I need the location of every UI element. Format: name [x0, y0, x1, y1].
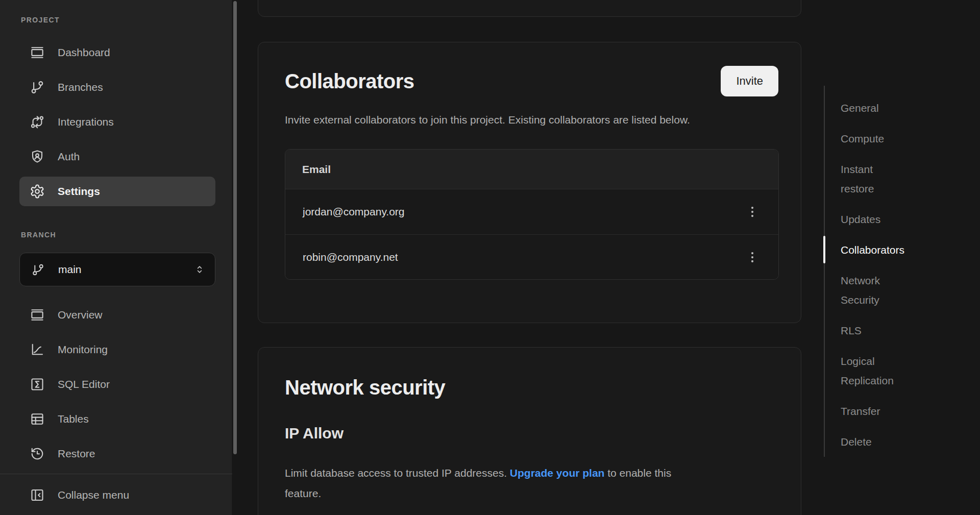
chevrons-up-down-icon [193, 263, 206, 276]
collaborator-row: jordan@company.org [285, 189, 778, 234]
git-branch-icon [30, 80, 45, 95]
row-menu-button[interactable] [745, 204, 760, 219]
sidebar-item-label: Integrations [58, 116, 114, 128]
anchor-link[interactable]: RLS [841, 321, 968, 340]
sidebar-item-label: Overview [58, 309, 103, 321]
collapse-menu-button[interactable]: Collapse menu [19, 480, 215, 510]
collaborator-email: robin@company.net [303, 251, 398, 263]
sidebar: PROJECT Dashboard Branches Integrations … [0, 0, 232, 515]
row-menu-button[interactable] [745, 250, 760, 265]
sql-editor-icon [30, 377, 45, 392]
integrations-icon [30, 114, 45, 130]
collaborators-table: Email jordan@company.org robin@company.n… [285, 149, 779, 280]
collaborators-title: Collaborators [285, 66, 414, 96]
anchor-link[interactable]: Transfer [841, 402, 968, 421]
ip-allow-description: Limit database access to trusted IP addr… [285, 463, 693, 504]
sidebar-item[interactable]: SQL Editor [19, 370, 215, 399]
overview-icon [30, 307, 45, 323]
anchor-link[interactable]: General [841, 99, 968, 118]
anchor-link[interactable]: Instant restore [841, 160, 968, 199]
anchor-link[interactable]: Collaborators [841, 240, 968, 260]
anchor-link[interactable]: Updates [841, 210, 968, 229]
collaborators-description: Invite external collaborators to join th… [285, 110, 698, 130]
sidebar-item-label: Restore [58, 448, 95, 460]
branch-nav: Overview Monitoring SQL Editor Tables Re… [19, 300, 215, 469]
sidebar-item-label: SQL Editor [58, 378, 110, 390]
branch-selector[interactable]: main [19, 253, 215, 286]
anchor-link[interactable]: Logical Replication [841, 352, 968, 390]
dashboard-icon [30, 45, 45, 60]
anchor-link[interactable]: Network Security [841, 271, 968, 310]
collaborator-row: robin@company.net [285, 234, 778, 279]
sidebar-item[interactable]: Restore [19, 439, 215, 469]
sidebar-item[interactable]: Integrations [19, 107, 215, 137]
sidebar-item-label: Monitoring [58, 344, 108, 356]
collapse-panel-icon [30, 487, 45, 503]
branch-section-label: BRANCH [21, 231, 56, 239]
previous-card-partial [258, 0, 801, 17]
anchor-link[interactable]: Delete [841, 432, 968, 452]
sidebar-item[interactable]: Branches [19, 72, 215, 102]
sidebar-item-label: Branches [58, 81, 103, 93]
sidebar-item[interactable]: Tables [19, 404, 215, 434]
kebab-menu-icon [745, 204, 760, 219]
anchor-nav-active-marker [823, 236, 825, 263]
sidebar-item-label: Settings [58, 185, 100, 198]
collaborators-card: Collaborators Invite Invite external col… [258, 42, 801, 323]
restore-icon [30, 446, 45, 461]
sidebar-item[interactable]: Dashboard [19, 38, 215, 67]
collapse-menu-label: Collapse menu [58, 489, 129, 501]
upgrade-plan-link[interactable]: Upgrade your plan [510, 467, 605, 479]
sidebar-item[interactable]: Monitoring [19, 335, 215, 364]
ip-allow-title: IP Allow [285, 422, 778, 445]
branch-selector-value: main [58, 263, 180, 276]
description-text: Limit database access to trusted IP addr… [285, 467, 510, 479]
network-security-card: Network security IP Allow Limit database… [258, 347, 801, 515]
gear-icon [30, 184, 45, 199]
network-security-title: Network security [285, 372, 778, 403]
sidebar-item-label: Dashboard [58, 46, 110, 59]
anchor-link[interactable]: Compute [841, 129, 968, 149]
sidebar-item-label: Auth [58, 151, 80, 163]
tables-icon [30, 411, 45, 427]
project-section-label: PROJECT [21, 16, 60, 24]
sidebar-footer: Collapse menu [0, 474, 232, 515]
sidebar-item-label: Tables [58, 413, 89, 425]
table-header-email: Email [285, 150, 778, 189]
kebab-menu-icon [745, 250, 760, 265]
table-body: jordan@company.org robin@company.net [285, 189, 778, 279]
sidebar-item[interactable]: Settings [19, 177, 215, 206]
sidebar-item[interactable]: Auth [19, 142, 215, 171]
project-nav: Dashboard Branches Integrations Auth Set… [19, 38, 215, 206]
settings-anchor-nav: GeneralComputeInstant restoreUpdatesColl… [824, 0, 977, 515]
auth-shield-icon [30, 149, 45, 164]
anchor-nav-list: GeneralComputeInstant restoreUpdatesColl… [841, 99, 968, 452]
invite-button[interactable]: Invite [721, 66, 778, 96]
monitoring-icon [30, 342, 45, 357]
sidebar-item[interactable]: Overview [19, 300, 215, 330]
collaborator-email: jordan@company.org [303, 206, 405, 218]
git-branch-icon [31, 263, 45, 277]
sidebar-scrollbar[interactable] [233, 1, 237, 454]
anchor-nav-track [824, 86, 825, 457]
